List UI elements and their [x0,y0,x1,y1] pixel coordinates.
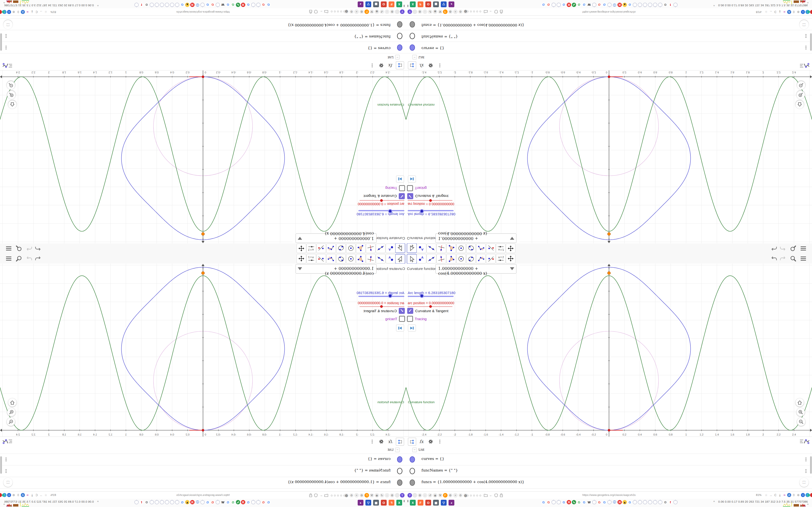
algebra-row-2[interactable]: funcs = {1.000000000000 + cos(4.00000000… [0,477,406,489]
slider-tool-button[interactable]: a = 2 [496,243,506,253]
undo-button[interactable] [771,245,778,252]
browser-icon[interactable]: Я [190,3,195,7]
browser-icon[interactable]: G [180,500,185,504]
polygon-tool-button[interactable] [446,254,456,264]
circle-center-point-tool-button[interactable] [456,243,466,253]
row-menu-icon[interactable] [5,457,7,462]
collapse-list-button[interactable]: − [395,55,400,59]
arc-position-slider-thumb[interactable] [429,305,432,308]
browser-icon[interactable]: Я [567,3,571,7]
tracing-checkbox[interactable] [399,185,405,191]
arc-length-slider-thumb[interactable] [420,209,424,213]
browser-icon[interactable] [160,3,164,7]
browser-icon[interactable] [653,3,657,7]
browser-icon[interactable]: + [801,10,805,14]
line-tool-button[interactable] [376,243,386,253]
undo-button[interactable] [771,255,778,262]
browser-icon[interactable]: W [221,500,225,504]
visibility-toggle[interactable] [397,44,402,51]
angle-tool-button[interactable]: α [476,243,486,253]
zoom-in-button[interactable] [797,91,805,99]
browser-icon[interactable]: G [562,3,566,7]
chevron-down-icon[interactable] [510,267,514,270]
browser-icon[interactable]: ☆ [44,10,48,14]
zoom-out-button[interactable] [7,418,15,426]
browser-icon[interactable] [653,500,657,504]
tree-view-button[interactable] [408,438,416,446]
profile-avatar[interactable] [2,10,5,13]
home-button[interactable] [8,398,16,406]
arc-position-point[interactable] [608,76,610,78]
algebra-scrollbar[interactable] [810,33,812,51]
browser-icon[interactable]: ⭳ [30,493,34,497]
home-button[interactable] [796,398,804,406]
reflect-tool-button[interactable] [486,254,496,264]
polygon-tool-button[interactable] [356,254,366,264]
skip-to-end-button[interactable] [396,325,404,332]
fx-button[interactable]: fx [418,62,425,69]
undo-button[interactable] [34,255,41,262]
browser-icon[interactable]: G [261,3,266,7]
browser-icon[interactable]: Я [241,500,245,504]
fullscreen-button[interactable]: ⛶ [800,478,809,487]
fx-button[interactable]: fx [387,62,394,69]
browser-icon[interactable]: ∿ [572,500,576,504]
visibility-toggle[interactable] [397,468,402,474]
line-tool-button[interactable] [426,254,436,264]
profile-avatar[interactable] [807,494,810,497]
browser-icon[interactable] [648,500,652,504]
browser-icon[interactable]: A [787,10,791,14]
arc-length-slider[interactable] [408,296,454,297]
algebra-row-0[interactable]: curves = {} [406,454,812,465]
browser-icon[interactable]: G [597,3,602,7]
browser-icon[interactable]: A [787,493,791,497]
row-menu-icon[interactable] [5,34,7,38]
reflect-tool-button[interactable] [486,243,496,253]
browser-icon[interactable]: G [577,500,581,504]
browser-icon[interactable] [165,3,169,7]
arc-end-point[interactable] [202,232,204,235]
circle-center-point-tool-button[interactable] [456,254,466,264]
algebra-row-2[interactable]: funcs = {1.000000000000 + cos(4.00000000… [406,477,812,489]
move-tool-button[interactable] [395,254,405,264]
ellipse-tool-button[interactable] [466,243,476,253]
point-tool-button[interactable]: A [386,243,395,253]
browser-icon[interactable]: G [562,500,566,504]
visibility-toggle[interactable] [397,456,402,463]
browser-icon[interactable]: 0 [16,493,20,497]
curvature-tangent-checkbox[interactable]: ✓ [399,308,405,314]
browser-icon[interactable]: C [35,10,39,14]
browser-icon[interactable]: Я [567,500,571,504]
curvature-tangent-checkbox[interactable]: ✓ [399,193,405,199]
browser-icon[interactable] [648,3,652,7]
zoom-in-button[interactable] [797,408,805,416]
browser-icon[interactable]: Я [617,3,622,7]
fx-button[interactable]: fx [418,438,425,445]
taskbar-app-icon[interactable]: O [425,500,431,506]
move-tool-button[interactable] [395,243,405,253]
browser-icon[interactable]: → [39,10,43,14]
browser-icon[interactable]: f [668,500,672,504]
visibility-toggle[interactable] [410,480,415,486]
taskbar-app-icon[interactable]: X [396,1,402,7]
visibility-toggle[interactable] [410,456,415,463]
move-graphics-tool-button[interactable] [297,243,306,253]
taskbar-app-icon[interactable]: F [389,500,394,506]
browser-icon[interactable] [155,3,159,7]
algebra-scrollbar[interactable] [0,456,2,474]
search-icon[interactable] [790,245,797,252]
algebra-more-button[interactable] [436,62,444,69]
search-icon[interactable] [790,255,797,262]
algebra-scrollbar[interactable] [0,33,2,51]
collapse-list-button[interactable]: − [395,448,400,452]
browser-icon[interactable]: G [210,500,215,504]
reflect-tool-button[interactable] [316,243,326,253]
move-tool-button[interactable] [407,254,417,264]
browser-icon[interactable] [134,3,139,7]
browser-icon[interactable]: G [627,3,632,7]
visibility-toggle[interactable] [397,480,402,486]
browser-icon[interactable]: G [231,500,235,504]
move-tool-button[interactable] [407,243,417,253]
browser-icon[interactable]: A [21,493,25,497]
arc-position-slider-thumb[interactable] [380,199,383,202]
